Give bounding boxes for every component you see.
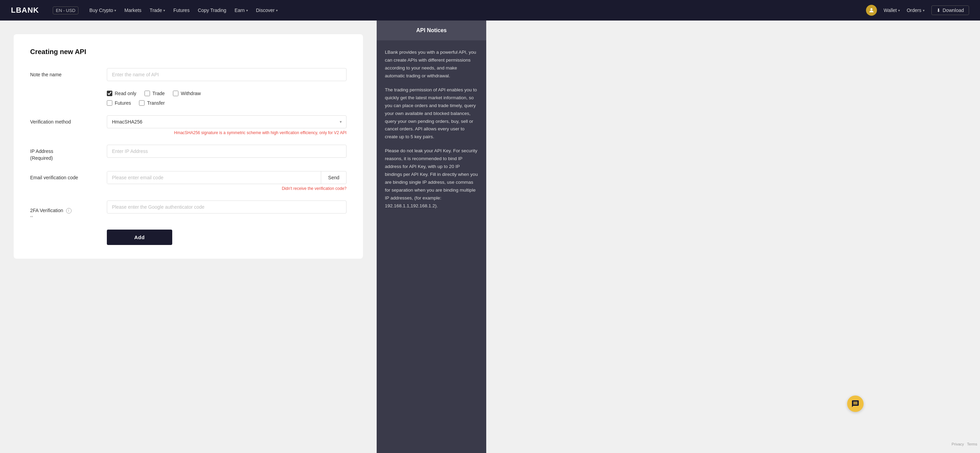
email-input-wrap: Send — [107, 171, 347, 184]
content-area: Creating new API Note the name Read — [0, 21, 377, 453]
nav-futures[interactable]: Futures — [173, 8, 189, 13]
add-button[interactable]: Add — [107, 230, 172, 245]
perm-withdraw[interactable]: Withdraw — [173, 91, 200, 96]
readonly-checkbox[interactable] — [107, 91, 112, 96]
sidebar-header: API Notices — [377, 21, 486, 40]
sidebar-content: LBank provides you with a powerful API, … — [377, 40, 486, 225]
verification-hint: HmacSHA256 signature is a symmetric sche… — [107, 130, 347, 135]
form-title: Creating new API — [30, 48, 347, 56]
navbar-right: Wallet ▾ Orders ▾ ⬇ Download — [866, 5, 969, 16]
lang-selector[interactable]: EN - USD — [53, 6, 78, 14]
api-name-input[interactable] — [107, 68, 347, 81]
verification-row: Verification method HmacSHA256 RSA ▾ Hma… — [30, 115, 347, 135]
verification-field: HmacSHA256 RSA ▾ HmacSHA256 signature is… — [107, 115, 347, 135]
download-button[interactable]: ⬇ Download — [931, 5, 969, 15]
twofa-label-wrap: 2FA Verification i ** — [30, 201, 99, 220]
nav-links: Buy Crypto ▾ Markets Trade ▾ Futures Cop… — [89, 8, 855, 13]
nav-markets[interactable]: Markets — [124, 8, 142, 13]
info-icon[interactable]: i — [66, 208, 72, 214]
verification-label: Verification method — [30, 115, 99, 125]
svg-point-0 — [870, 8, 872, 10]
nav-earn[interactable]: Earn ▾ — [235, 8, 248, 13]
chevron-icon: ▾ — [898, 9, 900, 12]
futures-checkbox[interactable] — [107, 100, 112, 106]
chevron-icon: ▾ — [276, 9, 278, 12]
chat-icon — [851, 400, 859, 408]
verification-select[interactable]: HmacSHA256 RSA — [107, 115, 347, 128]
privacy-footer: Privacy Terms — [951, 442, 977, 446]
resend-link[interactable]: Didn't receive the verification code? — [107, 186, 347, 191]
nav-trade[interactable]: Trade ▾ — [150, 8, 165, 13]
form-card: Creating new API Note the name Read — [14, 34, 363, 259]
sidebar-panel: API Notices LBank provides you with a po… — [377, 21, 486, 453]
permissions-field: Read only Trade Withdraw — [107, 91, 347, 106]
perm-futures[interactable]: Futures — [107, 100, 131, 106]
chevron-icon: ▾ — [246, 9, 248, 12]
chevron-icon: ▾ — [923, 9, 924, 12]
chat-widget[interactable] — [847, 396, 864, 412]
privacy-link[interactable]: Privacy — [951, 442, 964, 446]
transfer-checkbox[interactable] — [139, 100, 145, 106]
logo[interactable]: LBANK — [11, 6, 39, 15]
twofa-field — [107, 201, 347, 214]
perm-readonly[interactable]: Read only — [107, 91, 136, 96]
permissions-list: Read only Trade Withdraw — [107, 91, 347, 106]
perm-line-2: Futures Transfer — [107, 100, 347, 106]
perm-transfer[interactable]: Transfer — [139, 100, 165, 106]
twofa-label: 2FA Verification i — [30, 204, 99, 214]
wallet-button[interactable]: Wallet ▾ — [884, 8, 900, 13]
email-row: Email verification code Send Didn't rece… — [30, 171, 347, 191]
name-row: Note the name — [30, 68, 347, 81]
ip-label: IP Address(Required) — [30, 145, 99, 162]
twofa-row: 2FA Verification i ** — [30, 201, 347, 220]
perm-line-1: Read only Trade Withdraw — [107, 91, 347, 96]
sidebar-para-3: Please do not leak your API Key. For sec… — [385, 147, 478, 210]
ip-row: IP Address(Required) — [30, 145, 347, 162]
twofa-input[interactable] — [107, 201, 347, 214]
chevron-icon: ▾ — [163, 9, 165, 12]
download-icon: ⬇ — [937, 8, 940, 13]
email-label: Email verification code — [30, 171, 99, 181]
avatar[interactable] — [866, 5, 877, 16]
perm-trade[interactable]: Trade — [145, 91, 165, 96]
permissions-row: Read only Trade Withdraw — [30, 91, 347, 106]
withdraw-checkbox[interactable] — [173, 91, 178, 96]
verification-select-wrap: HmacSHA256 RSA ▾ — [107, 115, 347, 128]
orders-button[interactable]: Orders ▾ — [907, 8, 924, 13]
nav-copy-trading[interactable]: Copy Trading — [198, 8, 226, 13]
permissions-label — [30, 91, 99, 94]
twofa-stars: ** — [30, 215, 99, 220]
name-label: Note the name — [30, 68, 99, 78]
send-button[interactable]: Send — [321, 171, 346, 184]
trade-checkbox[interactable] — [145, 91, 150, 96]
nav-buy-crypto[interactable]: Buy Crypto ▾ — [89, 8, 116, 13]
chevron-icon: ▾ — [115, 9, 116, 12]
nav-discover[interactable]: Discover ▾ — [256, 8, 278, 13]
terms-link[interactable]: Terms — [967, 442, 977, 446]
name-field — [107, 68, 347, 81]
ip-field — [107, 145, 347, 158]
navbar: LBANK EN - USD Buy Crypto ▾ Markets Trad… — [0, 0, 980, 21]
sidebar-para-2: The trading permission of API enables yo… — [385, 86, 478, 141]
sidebar-para-1: LBank provides you with a powerful API, … — [385, 49, 478, 80]
email-code-input[interactable] — [107, 171, 321, 184]
main-layout: Creating new API Note the name Read — [0, 21, 980, 453]
email-field: Send Didn't receive the verification cod… — [107, 171, 347, 191]
ip-input[interactable] — [107, 145, 347, 158]
add-button-wrap: Add — [107, 230, 347, 245]
